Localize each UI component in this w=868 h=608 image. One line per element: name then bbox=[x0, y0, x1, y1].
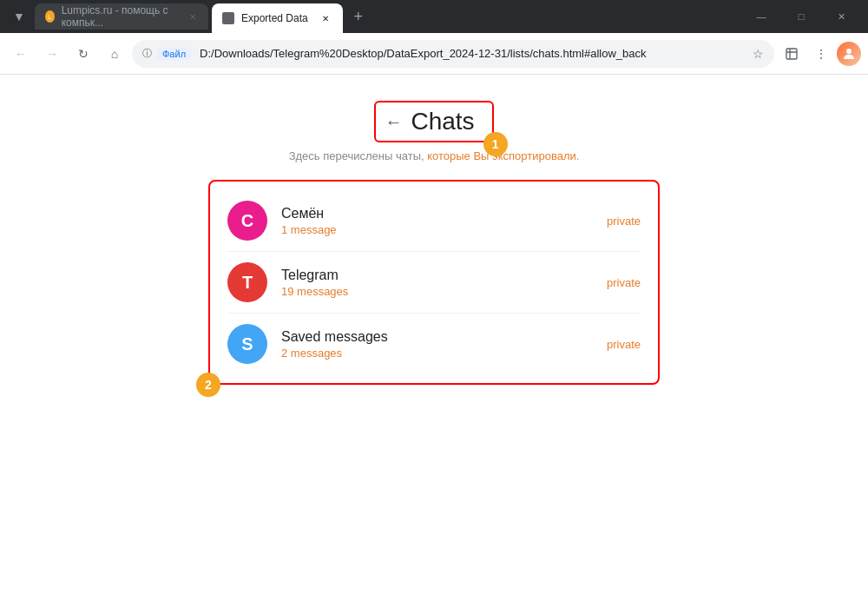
svg-point-0 bbox=[846, 49, 852, 54]
browser-chrome: ▼ L Lumpics.ru - помощь с компьк... ✕ Ex… bbox=[0, 0, 868, 75]
lock-icon: ⓘ bbox=[142, 47, 152, 60]
address-box[interactable]: ⓘ Файл D:/Downloads/Telegram%20Desktop/D… bbox=[132, 40, 774, 68]
minimize-button[interactable]: — bbox=[741, 3, 781, 30]
tab-lumpics[interactable]: L Lumpics.ru - помощь с компьк... ✕ bbox=[35, 3, 208, 30]
reload-button[interactable]: ↻ bbox=[69, 40, 97, 68]
chat-count-semen: 1 message bbox=[281, 223, 589, 236]
chat-type-telegram: private bbox=[589, 276, 641, 289]
exported-favicon bbox=[222, 12, 234, 24]
chat-info-semen: Семён 1 message bbox=[281, 206, 589, 236]
tab-dropdown-button[interactable]: ▼ bbox=[7, 4, 31, 29]
back-button[interactable]: ← bbox=[7, 40, 35, 68]
chat-info-telegram: Telegram 19 messages bbox=[281, 268, 589, 298]
new-tab-button[interactable]: + bbox=[346, 4, 371, 29]
tab-exported-close[interactable]: ✕ bbox=[319, 11, 332, 25]
chat-type-saved: private bbox=[589, 338, 641, 351]
chat-name-telegram: Telegram bbox=[281, 268, 589, 283]
tab-bar: ▼ L Lumpics.ru - помощь с компьк... ✕ Ex… bbox=[0, 0, 868, 33]
chat-name-saved: Saved messages bbox=[281, 329, 589, 345]
bookmark-icon[interactable]: ☆ bbox=[753, 47, 764, 61]
chat-avatar-telegram: T bbox=[227, 262, 267, 302]
tab-exported-label: Exported Data bbox=[241, 12, 308, 24]
maximize-button[interactable]: □ bbox=[781, 3, 821, 30]
file-label: Файл bbox=[157, 48, 191, 60]
chat-item-saved[interactable]: S Saved messages 2 messages private bbox=[227, 314, 641, 374]
url-text: D:/Downloads/Telegram%20Desktop/DataExpo… bbox=[200, 47, 747, 60]
annotation-badge-1: 1 bbox=[483, 132, 508, 156]
chat-list-wrapper: С Семён 1 message private T Telegram 19 … bbox=[208, 180, 660, 385]
subtitle-text: Здесь перечислены чаты, bbox=[289, 149, 428, 162]
chat-name-semen: Семён bbox=[281, 206, 589, 221]
toolbar-icons: ⋮ bbox=[778, 40, 861, 68]
chat-info-saved: Saved messages 2 messages bbox=[281, 329, 589, 360]
window-controls: — □ ✕ bbox=[741, 3, 861, 30]
tab-lumpics-label: Lumpics.ru - помощь с компьк... bbox=[62, 4, 177, 29]
chat-list: С Семён 1 message private T Telegram 19 … bbox=[208, 180, 660, 385]
address-bar: ← → ↻ ⌂ ⓘ Файл D:/Downloads/Telegram%20D… bbox=[0, 33, 868, 75]
annotation-badge-2: 2 bbox=[196, 373, 220, 397]
chat-avatar-saved: S bbox=[227, 324, 267, 364]
profile-avatar[interactable] bbox=[837, 42, 861, 66]
page-subtitle: Здесь перечислены чаты, которые Вы экспо… bbox=[289, 149, 580, 162]
lumpics-favicon: L bbox=[45, 10, 55, 23]
chat-avatar-semen: С bbox=[227, 201, 267, 241]
home-button[interactable]: ⌂ bbox=[101, 40, 128, 68]
page-title: Chats bbox=[411, 108, 474, 135]
chat-count-saved: 2 messages bbox=[281, 347, 589, 360]
header-outline: ← Chats bbox=[374, 101, 493, 142]
extensions-button[interactable] bbox=[778, 40, 806, 68]
tab-exported[interactable]: Exported Data ✕ bbox=[212, 3, 343, 33]
back-arrow-icon[interactable]: ← bbox=[385, 112, 402, 132]
chat-count-telegram: 19 messages bbox=[281, 285, 589, 298]
close-button[interactable]: ✕ bbox=[821, 3, 861, 30]
chat-item-telegram[interactable]: T Telegram 19 messages private bbox=[227, 252, 641, 314]
forward-button[interactable]: → bbox=[38, 40, 66, 68]
page-content: ← Chats 1 Здесь перечислены чаты, которы… bbox=[0, 75, 868, 608]
menu-button[interactable]: ⋮ bbox=[807, 40, 835, 68]
chat-type-semen: private bbox=[589, 215, 641, 228]
tab-lumpics-close[interactable]: ✕ bbox=[187, 10, 198, 23]
page-header: ← Chats 1 bbox=[374, 101, 493, 142]
chat-item-semen[interactable]: С Семён 1 message private bbox=[227, 190, 641, 252]
